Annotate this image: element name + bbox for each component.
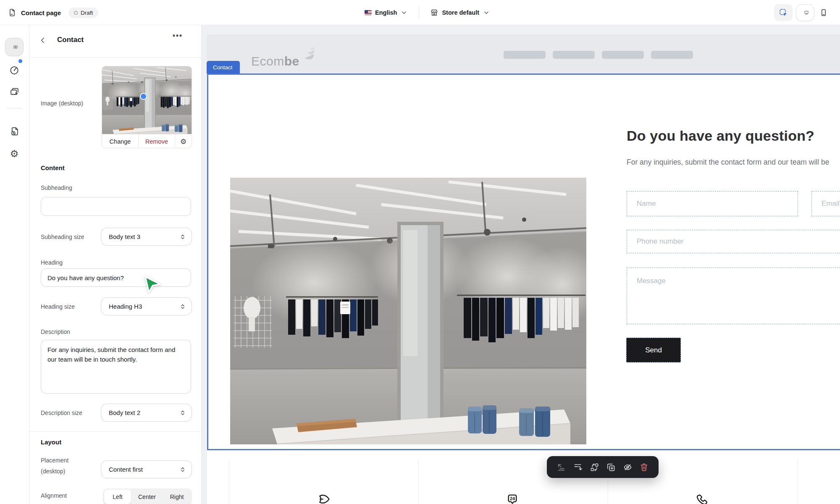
- move-section-icon[interactable]: [573, 462, 583, 472]
- select-parent-icon[interactable]: [556, 462, 566, 472]
- focal-point-dot[interactable]: [140, 93, 147, 100]
- send-icon[interactable]: [318, 493, 331, 504]
- language-switcher[interactable]: English: [365, 9, 408, 16]
- status-badge: Draft: [68, 8, 98, 18]
- notification-dot: [18, 59, 22, 63]
- subheading-size-value: Body text 3: [109, 233, 140, 240]
- draft-status-icon: [74, 11, 78, 15]
- description-label: Description: [41, 328, 70, 335]
- phone-icon[interactable]: [695, 493, 709, 504]
- image-field-label: Image (desktop): [41, 100, 83, 107]
- select-updown-icon: [179, 233, 186, 241]
- sections-rail-button[interactable]: [5, 38, 24, 56]
- subheading-size-select[interactable]: Body text 3: [101, 228, 192, 246]
- phone-field[interactable]: Phone number: [627, 230, 840, 253]
- alignment-option-center[interactable]: Center: [132, 490, 162, 504]
- remove-image-button[interactable]: Remove: [138, 134, 175, 148]
- language-label: English: [375, 9, 397, 16]
- status-badge-label: Draft: [81, 10, 93, 16]
- alignment-segmented-control: Left Center Right: [103, 488, 192, 504]
- store-icon: [430, 8, 438, 17]
- alignment-option-right[interactable]: Right: [163, 490, 191, 504]
- email-field[interactable]: Email*: [811, 191, 840, 216]
- message-field[interactable]: Message: [627, 268, 840, 324]
- store-photo-thumbnail: [102, 66, 192, 134]
- heading-size-value: Heading H3: [109, 303, 142, 310]
- desktop-icon: [804, 8, 809, 17]
- store-label: Store default: [442, 9, 479, 16]
- chevron-down-icon: [483, 9, 490, 16]
- placement-select[interactable]: Content first: [101, 460, 192, 478]
- settings-gear-icon: ⚙: [10, 148, 19, 159]
- store-photo[interactable]: [230, 178, 586, 444]
- 24-hours-icon[interactable]: 24: [506, 492, 519, 504]
- placement-label: Placement (desktop): [41, 455, 85, 477]
- select-tool-button[interactable]: [774, 4, 793, 21]
- mobile-preview-button[interactable]: [814, 4, 833, 21]
- description-size-label: Description size: [41, 410, 82, 416]
- topbar-left: Contact page Draft: [8, 0, 98, 25]
- duplicate-icon[interactable]: [606, 462, 616, 472]
- image-actions: Change Remove ⚙: [102, 134, 192, 148]
- settings-rail-button[interactable]: ⚙: [5, 144, 24, 163]
- alignment-option-left[interactable]: Left: [104, 490, 131, 504]
- mobile-icon: [819, 8, 828, 17]
- send-button[interactable]: Send: [626, 338, 681, 362]
- topbar-right: [774, 4, 833, 21]
- pages-cursor-icon: [9, 87, 20, 97]
- heading-size-label: Heading size: [41, 303, 75, 310]
- email-placeholder: Email*: [822, 200, 840, 208]
- preview-description: For any inquiries, submit the contact fo…: [627, 158, 829, 167]
- site-logo: Ecombe: [251, 54, 299, 68]
- contact-section[interactable]: Do you have any question? For any inquir…: [207, 74, 840, 450]
- logo-sail-icon: [303, 45, 317, 61]
- section-tab[interactable]: Contact: [207, 61, 240, 74]
- image-thumbnail[interactable]: [102, 66, 192, 134]
- phone-placeholder: Phone number: [637, 237, 684, 246]
- change-image-button[interactable]: Change: [102, 134, 138, 148]
- chevron-down-icon: [400, 9, 408, 16]
- history-rail-button[interactable]: [5, 122, 24, 140]
- desktop-preview-button[interactable]: [796, 4, 814, 21]
- select-updown-icon: [179, 303, 186, 310]
- performance-rail-button[interactable]: [5, 61, 24, 79]
- select-updown-icon: [179, 466, 186, 473]
- topbar-center: English Store default: [365, 0, 490, 25]
- back-button[interactable]: [39, 36, 47, 45]
- description-size-value: Body text 2: [109, 409, 140, 416]
- feature-column-divider: [418, 459, 419, 504]
- logo-text-bold: be: [284, 54, 299, 68]
- layout-section-heading: Layout: [41, 438, 61, 446]
- heading-input[interactable]: [41, 268, 191, 287]
- select-updown-icon: [179, 409, 186, 417]
- page-icon: [8, 8, 17, 17]
- performance-gauge-icon: [9, 65, 20, 76]
- us-flag-icon: [365, 10, 372, 15]
- preview-page: Ecombe Contact Do you have any question?…: [207, 34, 840, 504]
- pages-rail-button[interactable]: [5, 82, 24, 101]
- collaborator-cursor: [142, 275, 163, 296]
- select-tool-icon: [779, 8, 788, 17]
- nav-placeholder: [602, 51, 644, 59]
- hide-icon[interactable]: [623, 462, 633, 472]
- feature-column-divider: [797, 459, 798, 504]
- panel-title: Contact: [57, 36, 84, 44]
- rail-divider: [7, 108, 22, 108]
- image-settings-button[interactable]: ⚙: [175, 134, 192, 148]
- description-size-select[interactable]: Body text 2: [101, 404, 192, 422]
- version-history-icon: [9, 126, 20, 136]
- more-options-button[interactable]: ⋯: [172, 30, 182, 42]
- delete-icon[interactable]: [639, 462, 649, 472]
- message-placeholder: Message: [637, 277, 666, 285]
- panel-divider: [29, 57, 202, 58]
- site-header[interactable]: Ecombe: [207, 34, 840, 74]
- name-field[interactable]: Name: [627, 191, 798, 216]
- store-switcher[interactable]: Store default: [430, 8, 490, 17]
- heading-size-select[interactable]: Heading H3: [101, 297, 192, 315]
- topbar: Contact page Draft English Store default: [0, 0, 840, 25]
- subheading-input[interactable]: [41, 197, 191, 216]
- replace-icon[interactable]: [590, 462, 599, 472]
- description-textarea[interactable]: [41, 340, 191, 394]
- feature-column-divider: [229, 459, 229, 504]
- sections-icon: [13, 42, 18, 52]
